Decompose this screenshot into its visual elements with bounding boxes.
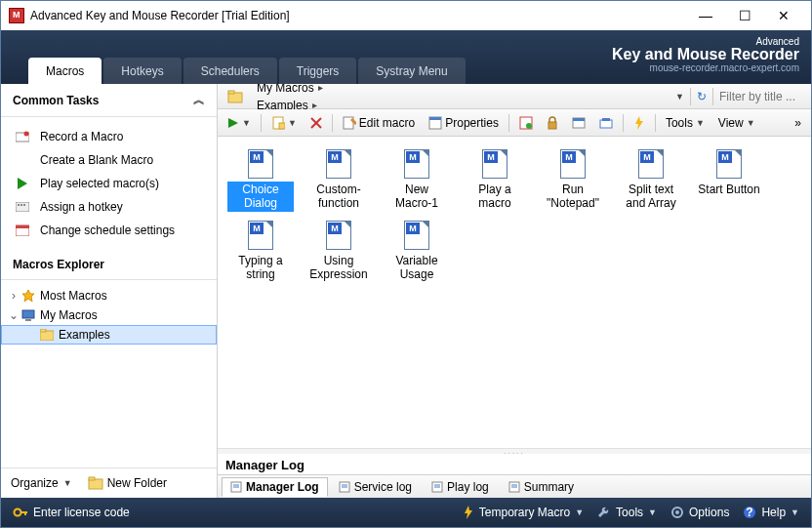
toolbar-icon-3[interactable] — [568, 115, 589, 131]
log-tab-manager-log[interactable]: Manager Log — [222, 477, 328, 497]
svg-rect-11 — [25, 319, 31, 321]
status-tools-button[interactable]: Tools ▼ — [597, 506, 657, 519]
task-record-a-macro[interactable]: Record a Macro — [1, 125, 217, 148]
svg-point-1 — [24, 132, 29, 137]
common-tasks-header[interactable]: Common Tasks ︽ — [1, 84, 217, 117]
license-label: Enter license code — [33, 506, 130, 519]
properties-button[interactable]: Properties — [425, 114, 503, 132]
log-tabs: Manager LogService logPlay logSummary — [218, 474, 811, 498]
bolt-icon[interactable] — [629, 114, 649, 132]
filter-input[interactable] — [719, 90, 807, 103]
temp-macro-label: Temporary Macro — [479, 506, 570, 519]
bolt-icon — [463, 506, 474, 519]
close-button[interactable]: ✕ — [764, 2, 803, 29]
svg-marker-2 — [18, 178, 27, 189]
edit-macro-button[interactable]: Edit macro — [339, 114, 419, 132]
log-tab-service-log[interactable]: Service log — [330, 477, 421, 497]
tab-systray-menu[interactable]: Systray Menu — [358, 58, 465, 84]
task-play-selected-macro-s-[interactable]: Play selected macro(s) — [1, 172, 217, 195]
macro-label: Play a macro — [462, 182, 528, 212]
toolbar-icon-4[interactable] — [595, 115, 617, 131]
breadcrumb: My Macros ▸Examples ▸ ▼ ↻ — [218, 84, 811, 109]
task-label: Create a Blank Macro — [40, 153, 153, 167]
tree-arrow-icon[interactable]: ⌄ — [7, 308, 20, 322]
play-button[interactable]: ▼ — [223, 115, 255, 131]
new-macro-icon[interactable]: ▼ — [267, 114, 301, 132]
enter-license-button[interactable]: Enter license code — [13, 506, 130, 519]
organize-button[interactable]: Organize ▼ — [11, 476, 72, 490]
tab-hotkeys[interactable]: Hotkeys — [103, 58, 181, 84]
task-create-a-blank-macro[interactable]: Create a Blank Macro — [1, 148, 217, 172]
task-label: Record a Macro — [40, 130, 123, 143]
svg-marker-50 — [465, 506, 472, 519]
log-tab-summary[interactable]: Summary — [500, 477, 583, 497]
svg-rect-10 — [22, 310, 34, 318]
doc-icon — [431, 481, 443, 493]
svg-rect-29 — [548, 122, 556, 129]
tab-schedulers[interactable]: Schedulers — [183, 58, 277, 84]
blank-icon — [15, 153, 30, 167]
options-button[interactable]: Options — [670, 506, 729, 519]
macro-using-expression[interactable]: MUsing Expression — [304, 218, 374, 285]
svg-rect-26 — [429, 117, 441, 120]
toolbar-icon-1[interactable] — [515, 114, 537, 132]
macro-choice-dialog[interactable]: MChoice Dialog — [225, 146, 296, 214]
macro-custom-function[interactable]: MCustom-function — [304, 146, 374, 214]
log-tab-label: Service log — [354, 480, 412, 494]
view-label: View — [718, 116, 744, 130]
macro-play-a-macro[interactable]: MPlay a macro — [460, 146, 530, 214]
log-tab-label: Summary — [524, 480, 574, 494]
macro-label: Choice Dialog — [227, 182, 294, 212]
macro-run-notepad-[interactable]: MRun "Notepad" — [538, 146, 608, 214]
refresh-icon[interactable]: ↻ — [697, 90, 707, 103]
folder-icon — [39, 328, 55, 342]
tree-label: Most Macros — [40, 289, 107, 303]
lock-icon[interactable] — [543, 114, 562, 132]
svg-rect-6 — [23, 204, 25, 206]
macro-file-icon: M — [245, 148, 276, 180]
tree-my-macros[interactable]: ⌄My Macros — [1, 305, 217, 325]
help-button[interactable]: ? Help ▼ — [743, 506, 799, 519]
macro-start-button[interactable]: MStart Button — [694, 146, 764, 214]
macro-label: Split text and Array — [618, 182, 684, 212]
tab-triggers[interactable]: Triggers — [279, 58, 357, 84]
log-tab-play-log[interactable]: Play log — [423, 477, 498, 497]
tree-label: Examples — [59, 328, 110, 342]
breadcrumb-home-icon[interactable] — [222, 88, 249, 105]
task-assign-a-hotkey[interactable]: Assign a hotkey — [1, 195, 217, 219]
maximize-button[interactable]: ☐ — [725, 2, 764, 29]
organize-label: Organize — [11, 476, 59, 490]
minimize-button[interactable]: — — [686, 2, 725, 29]
overflow-icon[interactable]: » — [791, 114, 805, 132]
tree-examples[interactable]: Examples — [1, 325, 217, 345]
task-change-schedule-settings[interactable]: Change schedule settings — [1, 219, 217, 242]
doc-icon — [230, 481, 242, 493]
macro-file-icon: M — [245, 220, 276, 251]
tree-most-macros[interactable]: ›Most Macros — [1, 286, 217, 305]
tree-label: My Macros — [40, 308, 98, 322]
delete-icon[interactable] — [306, 115, 326, 131]
brand: Advanced Key and Mouse Recorder mouse-re… — [612, 36, 799, 73]
macros-explorer-header[interactable]: Macros Explorer — [1, 250, 217, 280]
macro-split-text-and-array[interactable]: MSplit text and Array — [616, 146, 686, 214]
svg-rect-31 — [573, 118, 585, 121]
new-folder-button[interactable]: New Folder — [107, 476, 167, 490]
tree-arrow-icon[interactable]: › — [7, 289, 20, 303]
log-tab-label: Manager Log — [246, 480, 319, 494]
common-tasks-title: Common Tasks — [13, 94, 99, 107]
svg-marker-9 — [22, 290, 34, 302]
brand-line2: Key and Mouse Recorder — [612, 47, 799, 62]
svg-rect-4 — [18, 204, 20, 206]
tools-button[interactable]: Tools▼ — [662, 114, 709, 132]
tab-macros[interactable]: Macros — [28, 58, 102, 84]
content: My Macros ▸Examples ▸ ▼ ↻ ▼ ▼ Edit macro… — [218, 84, 811, 498]
view-button[interactable]: View▼ — [714, 114, 759, 132]
task-label: Play selected macro(s) — [40, 177, 159, 190]
collapse-icon[interactable]: ︽ — [193, 92, 205, 108]
macro-typing-a-string[interactable]: MTyping a string — [225, 218, 296, 285]
task-label: Change schedule settings — [40, 223, 175, 237]
breadcrumb-dropdown-icon[interactable]: ▼ — [675, 92, 684, 102]
macro-variable-usage[interactable]: MVariable Usage — [382, 218, 452, 285]
temporary-macro-button[interactable]: Temporary Macro ▼ — [463, 506, 584, 519]
macro-new-macro-1[interactable]: MNew Macro-1 — [382, 146, 452, 214]
